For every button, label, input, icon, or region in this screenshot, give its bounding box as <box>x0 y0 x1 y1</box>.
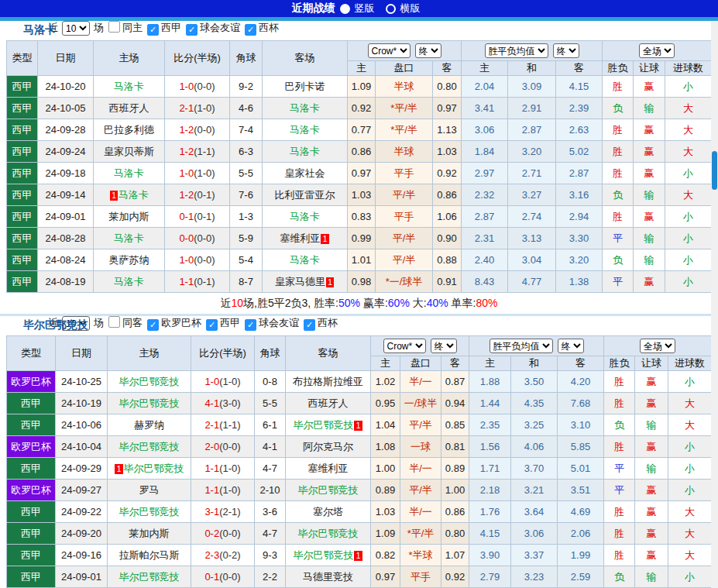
score-cell: 3-1(2-1) <box>191 501 255 523</box>
team-link[interactable]: 马洛卡 <box>290 102 320 114</box>
date-cell: 24-09-29 <box>56 458 108 480</box>
result-goals: 小 <box>665 76 712 98</box>
team-link[interactable]: 毕尔巴鄂竞技 <box>293 419 353 431</box>
team-link[interactable]: 马洛卡 <box>290 254 320 266</box>
team-link[interactable]: 塞维利亚 <box>280 232 320 244</box>
checkbox-checked[interactable]: ✓ <box>245 319 256 331</box>
team-link[interactable]: 马洛卡 <box>114 232 144 244</box>
checkbox-checked[interactable]: ✓ <box>206 319 218 331</box>
checkbox-unchecked[interactable] <box>108 316 120 328</box>
team-link[interactable]: 皇家社会 <box>285 167 325 179</box>
euro-odds-draw: 2.91 <box>508 98 556 119</box>
team-link[interactable]: 罗马 <box>139 484 160 496</box>
date-cell: 24-08-28 <box>38 228 94 249</box>
team-link[interactable]: 毕尔巴鄂竞技 <box>119 376 180 387</box>
checkbox-unchecked[interactable] <box>108 21 120 33</box>
odds-source-select[interactable]: Crow* <box>383 339 426 353</box>
checkbox-checked[interactable]: ✓ <box>147 319 159 331</box>
team-link[interactable]: 塞尔塔 <box>313 506 343 518</box>
league-filter-label: 球会友谊 <box>200 22 240 33</box>
team-link[interactable]: 巴列卡诺 <box>285 81 325 92</box>
team-link[interactable]: 巴拉多利德 <box>104 124 154 136</box>
result-outcome: 负 <box>604 566 635 588</box>
radio-horizontal-layout[interactable] <box>386 4 396 14</box>
result-goals: 小 <box>668 566 712 588</box>
scrollbar-thumb[interactable] <box>712 151 717 190</box>
team-link[interactable]: 塞维利亚 <box>308 462 349 474</box>
team-link[interactable]: 毕尔巴鄂竞技 <box>298 484 359 496</box>
team-link[interactable]: 比利亚雷亚尔 <box>275 189 335 201</box>
asian-odds-away: 0.92 <box>433 163 462 184</box>
team-cell: 马洛卡 <box>94 163 165 184</box>
col-header-score: 比分(半场) <box>165 41 230 76</box>
col-header-home: 主场 <box>108 336 191 371</box>
date-cell: 24-08-19 <box>38 271 94 293</box>
scope-select[interactable]: 全场 <box>639 43 675 58</box>
team-link[interactable]: 毕尔巴鄂竞技 <box>119 441 180 452</box>
euro-odds-away: 5.85 <box>558 436 604 458</box>
team-link[interactable]: 拉斯帕尔马斯 <box>119 549 180 561</box>
team-link[interactable]: 马洛卡 <box>119 189 149 201</box>
team-link[interactable]: 马洛卡 <box>290 146 320 157</box>
team-link[interactable]: 布拉格斯拉维亚 <box>293 376 363 387</box>
team-link[interactable]: 莱加内斯 <box>129 528 170 539</box>
radio-vertical-label[interactable]: 竖版 <box>355 2 375 15</box>
euro-odds-away: 3.10 <box>558 414 604 436</box>
team-link[interactable]: 毕尔巴鄂竞技 <box>119 571 180 583</box>
team-link[interactable]: 毕尔巴鄂竞技 <box>119 506 180 518</box>
scope-select[interactable]: 全场 <box>640 339 675 353</box>
team-link[interactable]: 马洛卡 <box>114 276 144 287</box>
result-goals: 大 <box>668 393 712 414</box>
col-header-corner: 角球 <box>255 336 286 371</box>
result-group: 全场 <box>603 41 712 61</box>
summary-segment: 50% <box>338 297 360 309</box>
match-count-select[interactable]: 10 <box>62 21 90 36</box>
team-link[interactable]: 奥萨苏纳 <box>109 254 149 266</box>
date-cell: 24-09-28 <box>38 119 94 141</box>
odds-time-select[interactable]: 终 <box>431 339 457 353</box>
team-link[interactable]: 马洛卡 <box>114 81 144 92</box>
scrollbar-track[interactable] <box>711 21 718 588</box>
euro-odds-away: 5.02 <box>556 141 603 163</box>
handicap-line: 一/球半 <box>400 393 441 414</box>
team-cell: 马洛卡 <box>263 119 348 141</box>
checkbox-checked[interactable]: ✓ <box>147 24 159 36</box>
euro-time-select[interactable]: 终 <box>553 43 579 58</box>
radio-horizontal-label[interactable]: 横版 <box>400 2 421 15</box>
team-link[interactable]: 莱加内斯 <box>109 211 149 222</box>
handicap-line: 半/一 <box>400 501 441 523</box>
checkbox-checked[interactable]: ✓ <box>245 24 256 36</box>
team-link[interactable]: 马洛卡 <box>290 211 320 222</box>
euro-source-select[interactable]: 胜平负均值 <box>490 339 553 353</box>
team-section-home: 马洛卡 近10场同主✓西甲✓球会友谊✓西杯 类型 日期 主场 比分(半场) 角球… <box>0 21 718 314</box>
checkbox-checked[interactable]: ✓ <box>304 319 315 331</box>
team-link[interactable]: 毕尔巴鄂竞技 <box>293 549 353 561</box>
team-cell: 西班牙人 <box>286 393 371 414</box>
asian-odds-home: 0.97 <box>371 566 400 588</box>
team-link[interactable]: 马洛卡 <box>290 124 320 136</box>
team-link[interactable]: 阿尔克马尔 <box>303 441 353 452</box>
asian-odds-away: 0.92 <box>441 566 469 588</box>
col-header-date: 日期 <box>38 41 94 76</box>
odds-source-select[interactable]: Crow* <box>368 43 411 58</box>
league-cell: 西甲 <box>7 119 38 141</box>
fulltime-score: 1-2 <box>179 124 194 136</box>
results-table: 类型 日期 主场 比分(半场) 角球 客场 Crow*终 胜平负均值终 全场 <box>6 40 712 293</box>
team-link[interactable]: 西班牙人 <box>109 102 149 114</box>
team-link[interactable]: 毕尔巴鄂竞技 <box>124 462 184 474</box>
team-link[interactable]: 皇家贝蒂斯 <box>104 146 154 157</box>
team-link[interactable]: 西班牙人 <box>308 397 349 409</box>
euro-source-select[interactable]: 胜平负均值 <box>485 43 548 58</box>
handicap-line: *平/半 <box>400 523 441 545</box>
team-link[interactable]: 毕尔巴鄂竞技 <box>298 528 359 539</box>
euro-time-select[interactable]: 终 <box>558 339 584 353</box>
odds-time-select[interactable]: 终 <box>415 43 441 58</box>
team-link[interactable]: 赫罗纳 <box>134 419 164 431</box>
checkbox-checked[interactable]: ✓ <box>186 24 198 36</box>
team-link[interactable]: 皇家马德里 <box>275 276 325 287</box>
team-link[interactable]: 毕尔巴鄂竞技 <box>119 397 180 409</box>
result-goals: 小 <box>665 249 712 271</box>
radio-vertical-layout[interactable] <box>340 4 350 14</box>
team-link[interactable]: 马德里竞技 <box>303 571 353 583</box>
team-link[interactable]: 马洛卡 <box>114 167 144 179</box>
